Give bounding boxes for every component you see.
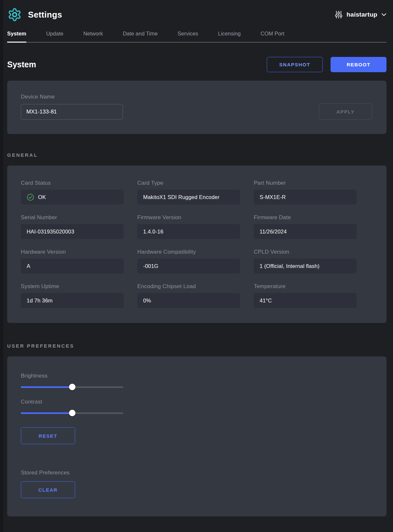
general-section-heading: GENERAL (7, 152, 386, 158)
clear-button[interactable]: CLEAR (21, 481, 75, 498)
apply-button[interactable]: APPLY (319, 103, 372, 120)
contrast-slider-thumb[interactable] (69, 410, 75, 416)
brightness-slider-fill (21, 386, 72, 388)
app-header: Settings haistartup (7, 0, 386, 23)
tab-network[interactable]: Network (83, 27, 103, 42)
field-cpld-version: CPLD Version 1 (Official, Internal flash… (254, 249, 357, 273)
field-temperature: Temperature 41°C (254, 283, 357, 308)
tab-com-port[interactable]: COM Port (261, 27, 284, 42)
brightness-slider-thumb[interactable] (69, 384, 75, 390)
field-hardware-compatibility: Hardware Compatibility -001G (137, 249, 240, 273)
field-firmware-date: Firmware Date 11/26/2024 (254, 214, 357, 239)
tab-update[interactable]: Update (46, 27, 63, 42)
brightness-slider[interactable] (21, 384, 123, 390)
contrast-slider-fill (21, 412, 72, 414)
settings-tab-bar: System Update Network Date and Time Serv… (7, 27, 386, 43)
field-card-status: Card Status OK (21, 180, 124, 205)
general-card: Card Status OK Card Type MakitoX1 SDI Ru… (7, 166, 386, 323)
snapshot-button[interactable]: SNAPSHOT (267, 57, 323, 72)
field-card-type: Card Type MakitoX1 SDI Rugged Encoder (137, 180, 240, 205)
settings-page: Settings haistartup System Update Networ… (0, 0, 393, 516)
account-menu[interactable]: haistartup (335, 10, 386, 19)
tab-licensing[interactable]: Licensing (218, 27, 241, 42)
device-name-card: Device Name APPLY (7, 81, 386, 134)
user-preferences-card: Brightness Contrast RESET Stored Prefere… (7, 356, 386, 516)
user-preferences-heading: USER PREFERENCES (7, 343, 386, 349)
brightness-label: Brightness (21, 373, 372, 379)
reboot-button[interactable]: REBOOT (331, 57, 386, 72)
tab-date-and-time[interactable]: Date and Time (123, 27, 157, 42)
field-encoding-chipset-load: Encoding Chipset Load 0% (137, 283, 240, 308)
card-status-value: OK (21, 190, 124, 205)
account-name: haistartup (346, 11, 377, 18)
field-system-uptime: System Uptime 1d 7h 36m (21, 283, 124, 308)
field-firmware-version: Firmware Version 1.4.0-16 (137, 214, 240, 239)
check-circle-icon (27, 193, 34, 201)
field-hardware-version: Hardware Version A (21, 249, 124, 273)
tab-system[interactable]: System (7, 27, 26, 42)
chevron-down-icon (381, 13, 386, 16)
reset-button[interactable]: RESET (21, 427, 75, 444)
field-part-number: Part Number S-MX1E-R (254, 180, 357, 205)
sliders-icon (335, 10, 343, 19)
contrast-slider[interactable] (21, 410, 123, 416)
device-name-label: Device Name (21, 94, 123, 100)
app-title: Settings (28, 10, 62, 20)
stored-preferences-label: Stored Preferences (21, 470, 372, 476)
page-title: System (7, 60, 36, 69)
tab-services[interactable]: Services (178, 27, 198, 42)
field-serial-number: Serial Number HAI-031935020003 (21, 214, 124, 239)
device-name-input[interactable] (21, 104, 123, 120)
settings-gear-icon (7, 7, 22, 22)
contrast-label: Contrast (21, 399, 372, 405)
